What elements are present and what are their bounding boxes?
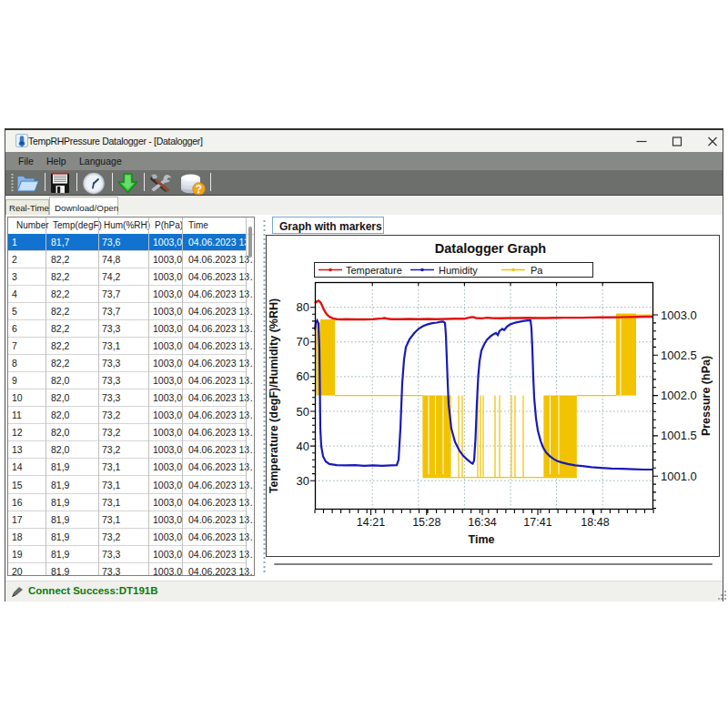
svg-text:Time: Time: [469, 533, 495, 546]
svg-text:30: 30: [297, 474, 309, 488]
svg-text:?: ?: [196, 183, 202, 196]
svg-text:Temperature (degF)/Humidity (%: Temperature (degF)/Humidity (%RH): [268, 298, 280, 493]
svg-text:Pressure (hPa): Pressure (hPa): [700, 356, 713, 436]
svg-text:Temperature: Temperature: [346, 265, 402, 276]
svg-text:Pa: Pa: [531, 265, 543, 276]
svg-text:Datalogger Graph: Datalogger Graph: [435, 241, 546, 256]
svg-text:1002.5: 1002.5: [661, 349, 697, 362]
svg-text:80: 80: [297, 300, 309, 314]
svg-text:1002.0: 1002.0: [661, 389, 697, 402]
svg-text:40: 40: [297, 440, 309, 453]
svg-text:16:34: 16:34: [468, 516, 496, 529]
svg-text:14:21: 14:21: [357, 516, 385, 529]
svg-text:70: 70: [297, 335, 309, 349]
svg-text:Humidity: Humidity: [439, 265, 478, 276]
svg-text:15:28: 15:28: [412, 516, 440, 529]
svg-text:17:41: 17:41: [523, 516, 551, 529]
svg-text:1001.0: 1001.0: [661, 470, 697, 483]
svg-text:18:48: 18:48: [581, 516, 609, 529]
svg-text:1001.5: 1001.5: [661, 429, 697, 442]
svg-text:1003.0: 1003.0: [661, 308, 697, 322]
svg-text:50: 50: [297, 405, 309, 419]
svg-text:60: 60: [297, 369, 309, 383]
